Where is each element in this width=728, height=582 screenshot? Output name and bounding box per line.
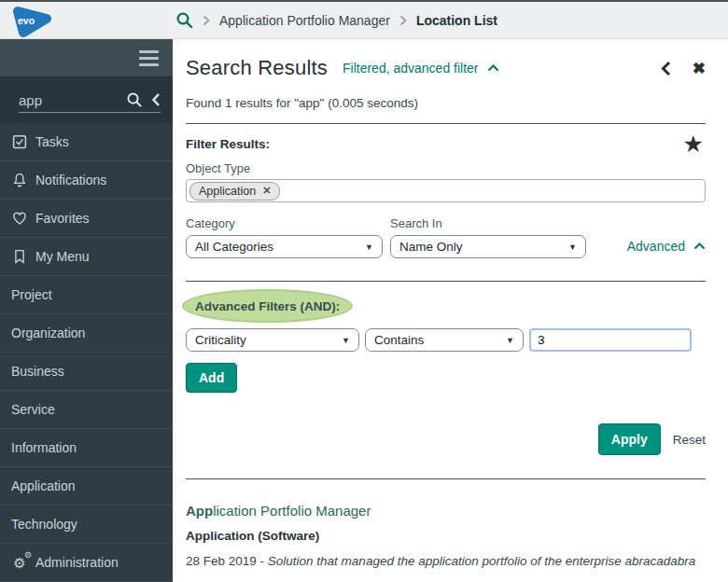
sidebar-item-label: My Menu xyxy=(35,249,90,264)
tasks-checkbox-icon xyxy=(11,133,28,150)
filter-value-input[interactable] xyxy=(529,328,692,352)
sidebar-item-label: Application xyxy=(11,478,76,493)
search-icon[interactable] xyxy=(175,11,193,29)
result-desc-text: Solution that managed the application po… xyxy=(268,554,696,568)
sidebar-item-service[interactable]: Service xyxy=(0,391,173,429)
sidebar-item-label: Information xyxy=(11,440,77,455)
divider xyxy=(186,281,706,282)
sidebar-item-project[interactable]: Project xyxy=(0,276,173,314)
select-arrow-icon: ▼ xyxy=(365,242,373,252)
filter-results-heading: Filter Results: xyxy=(186,137,270,151)
favorite-star-icon[interactable]: ★ xyxy=(683,132,704,156)
sidebar-header xyxy=(0,39,173,76)
sidebar-item-label: Favorites xyxy=(35,211,90,226)
tag-remove-icon[interactable]: ✕ xyxy=(262,185,271,197)
page-title: Search Results xyxy=(186,56,328,80)
bell-icon xyxy=(11,172,28,188)
advanced-filters-heading: Advanced Filters (AND): xyxy=(195,299,340,313)
select-arrow-icon: ▼ xyxy=(568,242,577,252)
breadcrumb: Application Portfolio Manager Location L… xyxy=(175,11,497,29)
breadcrumb-item-current: Location List xyxy=(416,13,497,28)
chevron-right-icon xyxy=(203,15,210,26)
sidebar-item-label: Technology xyxy=(11,517,77,532)
sidebar-menu: Tasks Notifications Favorites My Menu xyxy=(0,123,173,582)
sidebar-item-label: Organization xyxy=(11,326,85,340)
object-type-label: Object Type xyxy=(186,161,706,175)
filter-field-select[interactable]: Criticality ▼ xyxy=(186,328,359,352)
object-type-tag: Application ✕ xyxy=(189,182,280,201)
logo-text: evo xyxy=(18,15,35,26)
back-chevron-icon[interactable] xyxy=(661,61,671,76)
sidebar-item-business[interactable]: Business xyxy=(0,353,173,391)
add-button[interactable]: Add xyxy=(186,363,237,393)
sidebar-item-application[interactable]: Application xyxy=(0,467,173,506)
category-select[interactable]: All Categories ▼ xyxy=(186,235,383,258)
breadcrumb-item[interactable]: Application Portfolio Manager xyxy=(219,13,390,28)
heart-icon xyxy=(11,210,28,227)
chevron-left-icon[interactable] xyxy=(151,92,161,107)
sidebar-item-label: Administration xyxy=(35,555,119,570)
tag-label: Application xyxy=(199,185,256,198)
divider xyxy=(186,478,706,479)
sidebar: app Tasks xyxy=(0,39,173,582)
bookmark-icon xyxy=(11,248,28,265)
sidebar-item-label: Business xyxy=(11,364,64,379)
results-count-text: Found 1 results for "app" (0.005 seconds… xyxy=(186,96,706,110)
search-underline xyxy=(19,112,161,113)
result-date: 28 Feb 2019 xyxy=(186,554,257,568)
sidebar-item-label: Service xyxy=(11,402,55,417)
sidebar-item-notifications[interactable]: Notifications xyxy=(0,161,173,200)
object-type-input[interactable]: Application ✕ xyxy=(186,179,706,202)
sidebar-item-label: Notifications xyxy=(35,173,106,187)
filter-state-link[interactable]: Filtered, advanced filter xyxy=(343,61,499,76)
apply-button[interactable]: Apply xyxy=(598,423,661,455)
sidebar-search[interactable]: app xyxy=(0,76,173,123)
menu-toggle-icon[interactable] xyxy=(139,50,159,66)
sidebar-item-favorites[interactable]: Favorites xyxy=(0,200,173,238)
search-in-label: Search In xyxy=(390,216,586,230)
category-label: Category xyxy=(186,216,383,230)
sidebar-item-information[interactable]: Information xyxy=(0,429,173,467)
search-in-select[interactable]: Name Only ▼ xyxy=(390,235,586,258)
sidebar-item-my-menu[interactable]: My Menu xyxy=(0,238,173,276)
top-bar: evo Application Portfolio Manager Locati… xyxy=(0,2,728,39)
main-panel: Search Results Filtered, advanced filter… xyxy=(173,39,728,582)
result-title-link[interactable]: Application Portfolio Manager xyxy=(186,503,706,519)
search-icon[interactable] xyxy=(126,91,143,108)
result-type: Application (Software) xyxy=(186,529,706,543)
filter-operator-select[interactable]: Contains ▼ xyxy=(365,328,524,352)
advanced-toggle-link[interactable]: Advanced xyxy=(627,239,706,258)
gears-icon: ⚙⚙ xyxy=(11,554,28,571)
select-arrow-icon: ▼ xyxy=(506,336,514,345)
sidebar-item-label: Tasks xyxy=(35,134,69,149)
sidebar-item-technology[interactable]: Technology xyxy=(0,506,173,544)
chevron-up-icon xyxy=(693,242,706,250)
sidebar-item-organization[interactable]: Organization xyxy=(0,314,173,353)
sidebar-item-label: Project xyxy=(11,287,52,302)
result-description: 28 Feb 2019 - Solution that managed the … xyxy=(186,554,706,568)
evo-logo[interactable]: evo xyxy=(7,3,62,38)
result-title-rest: lication Portfolio Manager xyxy=(213,503,371,519)
chevron-up-icon xyxy=(487,64,499,72)
close-icon[interactable]: ✖ xyxy=(693,61,706,76)
divider xyxy=(186,123,706,124)
select-arrow-icon: ▼ xyxy=(342,336,350,345)
sidebar-item-administration[interactable]: ⚙⚙ Administration xyxy=(0,544,173,582)
result-title-match: App xyxy=(186,503,213,519)
sidebar-item-tasks[interactable]: Tasks xyxy=(0,123,173,161)
chevron-right-icon xyxy=(399,15,407,26)
sidebar-search-input[interactable]: app xyxy=(19,92,126,108)
search-result-item: Application Portfolio Manager Applicatio… xyxy=(186,503,706,568)
reset-link[interactable]: Reset xyxy=(673,433,706,447)
